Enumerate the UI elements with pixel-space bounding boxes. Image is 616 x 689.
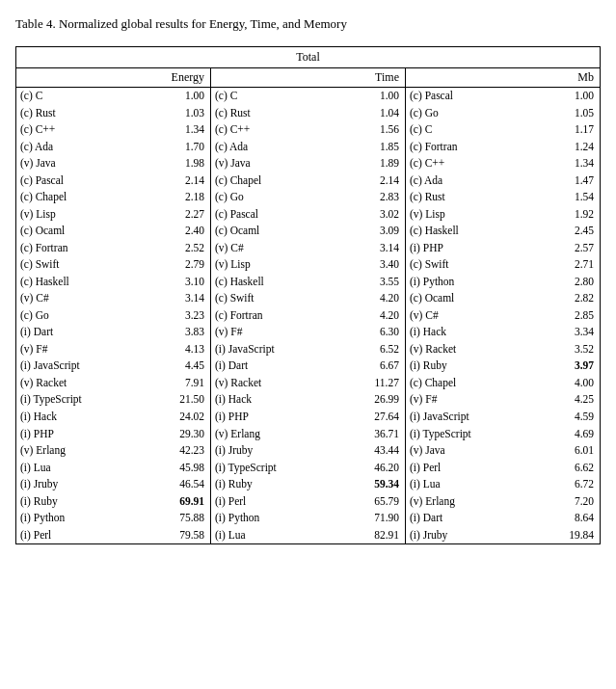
lang-label: (i) Perl xyxy=(410,461,559,476)
lang-label: (c) Ada xyxy=(215,140,364,155)
value-cell: 1.17 xyxy=(559,122,594,138)
value-cell: 6.72 xyxy=(559,477,594,492)
table-row: (c) C1.00 xyxy=(16,88,210,105)
lang-label: (v) Erlang xyxy=(410,494,559,510)
table-row: (i) PHP27.64 xyxy=(211,409,405,426)
value-cell: 1.98 xyxy=(170,156,204,172)
table-row: (v) F#4.13 xyxy=(16,341,210,358)
lang-label: (c) C++ xyxy=(215,122,364,138)
lang-label: (i) Jruby xyxy=(410,528,559,543)
table-row: (i) JavaScript4.45 xyxy=(16,358,210,375)
value-cell: 1.34 xyxy=(170,122,204,138)
table-row: (i) Python75.88 xyxy=(16,510,210,527)
table-row: (i) Python71.90 xyxy=(211,510,405,527)
table-row: (i) Hack26.99 xyxy=(211,391,405,409)
table-row: (i) JavaScript4.59 xyxy=(406,409,600,426)
value-cell: 2.45 xyxy=(559,224,594,239)
table-row: (v) Lisp2.27 xyxy=(16,206,210,224)
lang-label: (c) Ada xyxy=(20,140,170,155)
table-row: (v) Racket3.52 xyxy=(406,341,600,358)
value-cell: 2.14 xyxy=(364,173,399,189)
table-row: (c) Chapel4.00 xyxy=(406,375,600,392)
value-cell: 2.27 xyxy=(170,207,204,223)
table-row: (c) Fortran1.24 xyxy=(406,139,600,156)
energy-section: Energy (c) C1.00(c) Rust1.03(c) C++1.34(… xyxy=(16,68,211,543)
table-row: (i) Jruby43.44 xyxy=(211,442,405,460)
value-cell: 1.24 xyxy=(559,140,594,155)
value-cell: 6.67 xyxy=(364,358,399,374)
lang-label: (i) PHP xyxy=(215,410,364,425)
table-row: (v) Racket7.91 xyxy=(16,375,210,392)
value-cell: 3.52 xyxy=(559,342,594,358)
table-row: (c) Rust1.54 xyxy=(406,189,600,206)
value-cell: 1.34 xyxy=(559,156,594,172)
table-row: (v) Erlang42.23 xyxy=(16,442,210,460)
energy-header: Energy xyxy=(16,68,210,88)
lang-label: (i) Lua xyxy=(20,461,170,476)
lang-label: (c) Ocaml xyxy=(410,291,559,306)
value-cell: 3.34 xyxy=(559,325,594,340)
table-row: (i) PHP2.57 xyxy=(406,240,600,257)
title-bold: Table 4. xyxy=(15,16,56,31)
value-cell: 42.23 xyxy=(170,443,204,459)
value-cell: 65.79 xyxy=(364,494,399,510)
value-cell: 29.30 xyxy=(170,427,204,442)
value-cell: 6.30 xyxy=(364,325,399,340)
lang-label: (i) Lua xyxy=(215,528,364,543)
lang-label: (c) Swift xyxy=(410,257,559,273)
table-row: (c) Rust1.03 xyxy=(16,105,210,122)
table-row: (c) Pascal3.02 xyxy=(211,206,405,224)
lang-label: (c) Fortran xyxy=(215,308,364,324)
value-cell: 8.64 xyxy=(559,511,594,526)
value-cell: 45.98 xyxy=(170,461,204,476)
table-row: (i) Dart8.64 xyxy=(406,510,600,527)
table-row: (c) C++1.34 xyxy=(406,155,600,172)
lang-label: (v) F# xyxy=(20,342,170,358)
lang-label: (i) Hack xyxy=(20,410,170,425)
value-cell: 2.14 xyxy=(170,173,204,189)
lang-label: (c) Rust xyxy=(215,106,364,121)
table-row: (v) Lisp1.92 xyxy=(406,206,600,224)
value-cell: 59.34 xyxy=(364,477,399,492)
lang-label: (c) C xyxy=(20,89,170,104)
lang-label: (c) Haskell xyxy=(215,275,364,290)
value-cell: 4.45 xyxy=(170,358,204,374)
table-row: (i) Python2.80 xyxy=(406,274,600,291)
lang-label: (i) JavaScript xyxy=(410,410,559,425)
table-row: (c) C1.17 xyxy=(406,121,600,139)
lang-label: (c) Chapel xyxy=(215,173,364,189)
table-row: (c) C1.00 xyxy=(211,88,405,105)
value-cell: 71.90 xyxy=(364,511,399,526)
lang-label: (i) Perl xyxy=(215,494,364,510)
lang-label: (v) F# xyxy=(410,392,559,408)
table-row: (c) Ocaml3.09 xyxy=(211,223,405,240)
title-normal: Normalized global results for Energy, Ti… xyxy=(56,16,347,31)
value-cell: 1.04 xyxy=(364,106,399,121)
value-cell: 1.89 xyxy=(364,156,399,172)
table-row: (c) Haskell2.45 xyxy=(406,223,600,240)
table-row: (c) Ada1.85 xyxy=(211,139,405,156)
table-row: (c) Ocaml2.40 xyxy=(16,223,210,240)
value-cell: 2.79 xyxy=(170,257,204,273)
lang-label: (v) Erlang xyxy=(20,443,170,459)
lang-label: (v) Java xyxy=(20,156,170,172)
table-row: (v) C#3.14 xyxy=(211,240,405,257)
columns-wrapper: Energy (c) C1.00(c) Rust1.03(c) C++1.34(… xyxy=(16,68,600,543)
lang-label: (i) PHP xyxy=(410,241,559,256)
value-cell: 1.92 xyxy=(559,207,594,223)
lang-label: (c) C xyxy=(215,89,364,104)
value-cell: 2.85 xyxy=(559,308,594,324)
table-row: (v) Java1.89 xyxy=(211,155,405,172)
table-row: (i) Dart6.67 xyxy=(211,358,405,375)
lang-label: (i) Jruby xyxy=(20,477,170,492)
table-row: (i) Ruby69.91 xyxy=(16,493,210,511)
lang-label: (c) Go xyxy=(215,190,364,205)
table-row: (c) Rust1.04 xyxy=(211,105,405,122)
table-row: (c) Go3.23 xyxy=(16,307,210,325)
table-row: (c) Chapel2.18 xyxy=(16,189,210,206)
value-cell: 3.09 xyxy=(364,224,399,239)
table-row: (i) Hack24.02 xyxy=(16,409,210,426)
value-cell: 27.64 xyxy=(364,410,399,425)
value-cell: 82.91 xyxy=(364,528,399,543)
value-cell: 69.91 xyxy=(170,494,204,510)
